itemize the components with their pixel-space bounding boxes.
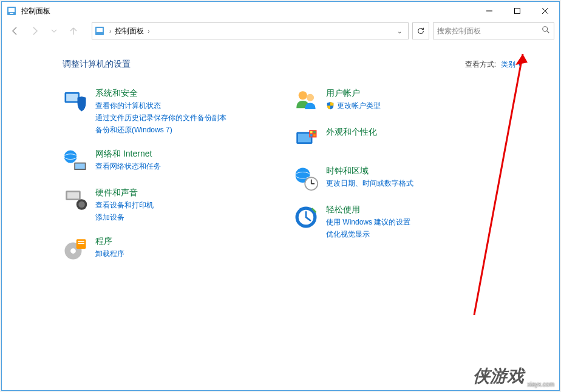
category-title[interactable]: 网络和 Internet (95, 149, 161, 160)
svg-rect-25 (78, 243, 84, 244)
category-link[interactable]: 查看网络状态和任务 (95, 161, 161, 172)
svg-rect-18 (67, 192, 79, 199)
chevron-right-icon[interactable]: › (146, 28, 151, 35)
svg-point-26 (299, 91, 307, 100)
breadcrumb-item[interactable]: 控制面板 (112, 26, 146, 36)
category-title[interactable]: 外观和个性化 (326, 127, 377, 138)
category-title[interactable]: 用户帐户 (326, 88, 381, 99)
category-title[interactable]: 轻松使用 (326, 204, 410, 215)
watermark-logo: 侠游戏 (473, 365, 524, 388)
shield-icon (326, 101, 335, 110)
category-link[interactable]: 卸载程序 (95, 248, 124, 259)
minimize-button[interactable] (475, 2, 503, 20)
svg-point-9 (543, 27, 548, 32)
clock-icon (293, 166, 319, 191)
titlebar: 控制面板 (2, 2, 559, 20)
search-input[interactable] (437, 27, 542, 35)
svg-point-13 (64, 150, 77, 163)
category-link[interactable]: 查看你的计算机状态 (95, 100, 226, 111)
svg-rect-8 (97, 28, 103, 32)
window-title: 控制面板 (21, 6, 475, 16)
forward-button[interactable] (26, 22, 43, 39)
category-clock: 时钟和区域 更改日期、时间或数字格式 (293, 166, 475, 191)
category-link[interactable]: 更改日期、时间或数字格式 (326, 178, 413, 189)
category-link[interactable]: 备份和还原(Windows 7) (95, 124, 226, 135)
category-link[interactable]: 优化视觉显示 (326, 229, 410, 240)
close-button[interactable] (531, 2, 559, 20)
category-title[interactable]: 时钟和区域 (326, 166, 413, 177)
category-system-security: 系统和安全 查看你的计算机状态 通过文件历史记录保存你的文件备份副本 备份和还原… (63, 88, 257, 135)
address-bar[interactable]: › 控制面板 › ⌄ (92, 22, 409, 39)
content-area: 调整计算机的设置 查看方式: 类别▼ 系统和安全 查看你的计算机状态 通过文件历… (2, 42, 559, 390)
svg-rect-31 (310, 131, 313, 133)
view-by-label: 查看方式: (465, 59, 496, 70)
watermark: 侠游戏 xiayx.com (473, 365, 554, 388)
programs-icon (63, 236, 88, 262)
svg-point-27 (307, 94, 314, 101)
address-dropdown[interactable]: ⌄ (393, 28, 406, 35)
ease-of-access-icon (293, 204, 319, 230)
category-link[interactable]: 使用 Windows 建议的设置 (326, 217, 410, 228)
watermark-url: xiayx.com (528, 381, 554, 388)
category-link[interactable]: 查看设备和打印机 (95, 200, 154, 211)
view-by-dropdown[interactable]: 类别▼ (501, 59, 523, 70)
svg-rect-29 (298, 133, 311, 142)
category-programs: 程序 卸载程序 (63, 236, 257, 262)
maximize-button[interactable] (503, 2, 531, 20)
svg-rect-34 (313, 134, 316, 137)
refresh-button[interactable] (412, 22, 429, 39)
category-link[interactable]: 添加设备 (95, 212, 154, 223)
recent-dropdown[interactable] (46, 22, 63, 39)
svg-point-20 (78, 201, 85, 208)
svg-rect-2 (10, 13, 13, 14)
category-link[interactable]: 更改帐户类型 (326, 100, 381, 111)
network-icon (63, 149, 88, 174)
system-security-icon (63, 88, 88, 113)
category-ease: 轻松使用 使用 Windows 建议的设置 优化视觉显示 (293, 204, 475, 240)
control-panel-icon (95, 26, 104, 36)
appearance-icon (293, 127, 319, 152)
page-heading: 调整计算机的设置 (63, 59, 465, 70)
search-box[interactable] (433, 22, 554, 39)
search-icon[interactable] (542, 25, 550, 36)
category-network: 网络和 Internet 查看网络状态和任务 (63, 149, 257, 174)
category-hardware: 硬件和声音 查看设备和打印机 添加设备 (63, 188, 257, 223)
category-link[interactable]: 通过文件历史记录保存你的文件备份副本 (95, 112, 226, 123)
users-icon (293, 88, 319, 113)
svg-rect-24 (78, 241, 84, 242)
svg-rect-12 (66, 94, 78, 101)
category-title[interactable]: 硬件和声音 (95, 188, 154, 198)
svg-rect-4 (515, 8, 520, 14)
up-button[interactable] (65, 22, 82, 39)
chevron-right-icon[interactable]: › (108, 28, 112, 35)
hardware-icon (63, 188, 88, 213)
chevron-down-icon: ▼ (517, 62, 523, 68)
category-users: 用户帐户 更改帐户类型 (293, 88, 475, 113)
svg-point-22 (70, 248, 76, 254)
svg-rect-33 (310, 134, 313, 137)
control-panel-icon (7, 6, 16, 16)
back-button[interactable] (7, 22, 24, 39)
svg-rect-32 (313, 131, 316, 133)
category-appearance: 外观和个性化 (293, 127, 475, 152)
category-title[interactable]: 程序 (95, 236, 124, 247)
svg-rect-16 (75, 164, 85, 169)
navbar: › 控制面板 › ⌄ (2, 20, 559, 42)
category-title[interactable]: 系统和安全 (95, 88, 226, 99)
svg-rect-1 (8, 8, 15, 12)
svg-line-10 (547, 31, 549, 33)
